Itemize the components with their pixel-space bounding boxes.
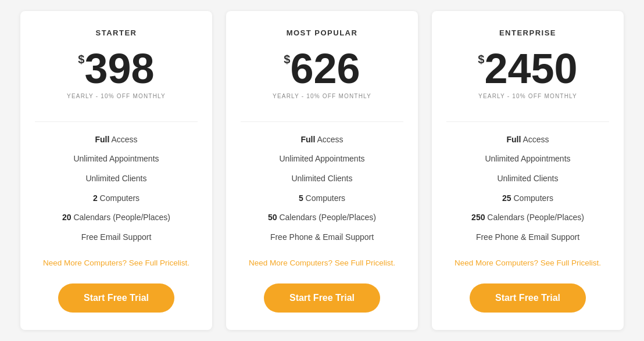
pricing-card-most-popular: MOST POPULAR$626YEARLY - 10% OFF MONTHLY… <box>226 11 418 331</box>
price-block-enterprise: $2450 <box>478 48 577 89</box>
price-period-starter: YEARLY - 10% OFF MONTHLY <box>67 93 166 99</box>
feature-item-starter-0: Full Access <box>35 130 198 150</box>
pricelist-link-starter[interactable]: Need More Computers? See Full Pricelist. <box>43 259 189 267</box>
divider-top-most-popular <box>241 121 403 122</box>
feature-item-starter-5: Free Email Support <box>35 228 198 247</box>
trial-button-most-popular[interactable]: Start Free Trial <box>264 283 380 313</box>
feature-item-starter-1: Unlimited Appointments <box>35 149 198 169</box>
feature-item-most-popular-5: Free Phone & Email Support <box>241 228 403 247</box>
feature-item-most-popular-4: 50 Calendars (People/Places) <box>241 208 403 228</box>
price-amount-most-popular: 626 <box>290 48 360 89</box>
divider-top-starter <box>35 121 198 122</box>
feature-item-starter-2: Unlimited Clients <box>35 169 198 189</box>
pricing-card-enterprise: ENTERPRISE$2450YEARLY - 10% OFF MONTHLYF… <box>432 11 624 331</box>
price-amount-enterprise: 2450 <box>484 48 577 89</box>
price-period-most-popular: YEARLY - 10% OFF MONTHLY <box>273 93 371 99</box>
feature-item-most-popular-2: Unlimited Clients <box>241 169 403 189</box>
feature-item-most-popular-1: Unlimited Appointments <box>241 149 403 169</box>
pricelist-link-enterprise[interactable]: Need More Computers? See Full Pricelist. <box>455 259 601 267</box>
feature-item-most-popular-0: Full Access <box>241 130 403 150</box>
feature-item-enterprise-0: Full Access <box>446 130 609 150</box>
price-block-most-popular: $626 <box>284 48 360 89</box>
feature-item-starter-4: 20 Calendars (People/Places) <box>35 208 198 228</box>
price-dollar-starter: $ <box>78 53 84 65</box>
feature-item-enterprise-3: 25 Computers <box>446 189 609 209</box>
features-list-most-popular: Full AccessUnlimited AppointmentsUnlimit… <box>241 130 403 247</box>
price-dollar-enterprise: $ <box>478 53 484 65</box>
divider-top-enterprise <box>446 121 609 122</box>
price-dollar-most-popular: $ <box>284 53 290 65</box>
price-amount-starter: 398 <box>84 48 154 89</box>
feature-item-enterprise-1: Unlimited Appointments <box>446 149 609 169</box>
features-list-starter: Full AccessUnlimited AppointmentsUnlimit… <box>35 130 198 247</box>
pricing-card-starter: STARTER$398YEARLY - 10% OFF MONTHLYFull … <box>20 11 212 331</box>
price-period-enterprise: YEARLY - 10% OFF MONTHLY <box>478 93 577 99</box>
feature-item-most-popular-3: 5 Computers <box>241 189 403 209</box>
price-block-starter: $398 <box>78 48 154 89</box>
trial-button-starter[interactable]: Start Free Trial <box>58 283 174 313</box>
feature-item-enterprise-4: 250 Calendars (People/Places) <box>446 208 609 228</box>
plan-label-starter: STARTER <box>96 28 137 37</box>
feature-item-enterprise-2: Unlimited Clients <box>446 169 609 189</box>
trial-button-enterprise[interactable]: Start Free Trial <box>470 283 586 313</box>
plan-label-enterprise: ENTERPRISE <box>499 28 556 37</box>
features-list-enterprise: Full AccessUnlimited AppointmentsUnlimit… <box>446 130 609 247</box>
plan-label-most-popular: MOST POPULAR <box>287 28 358 37</box>
pricelist-link-most-popular[interactable]: Need More Computers? See Full Pricelist. <box>249 259 395 267</box>
feature-item-enterprise-5: Free Phone & Email Support <box>446 228 609 247</box>
feature-item-starter-3: 2 Computers <box>35 189 198 209</box>
pricing-section: STARTER$398YEARLY - 10% OFF MONTHLYFull … <box>0 5 644 336</box>
